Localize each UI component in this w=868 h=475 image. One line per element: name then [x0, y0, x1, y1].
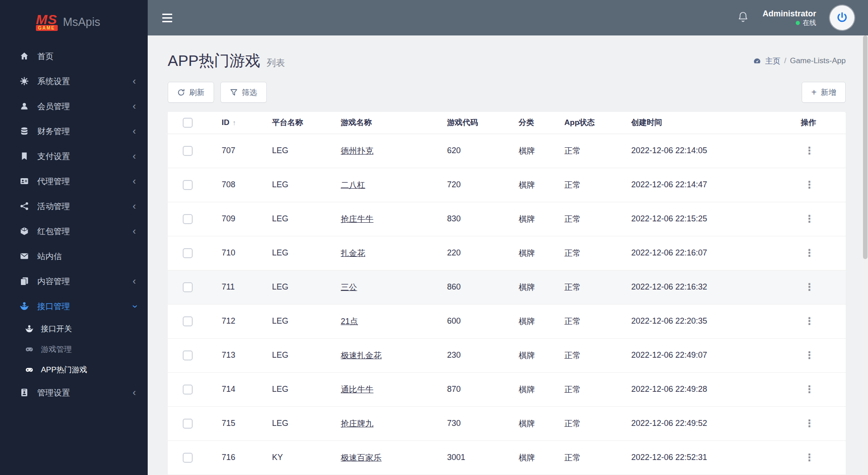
row-checkbox-cell	[168, 236, 208, 270]
column-header-2[interactable]: 平台名称	[259, 112, 327, 134]
cell-id: 713	[208, 338, 259, 372]
row-checkbox[interactable]	[183, 419, 193, 429]
game-name-link[interactable]: 德州扑克	[341, 146, 374, 155]
game-name-link[interactable]: 极速扎金花	[341, 351, 382, 360]
table-row[interactable]: 710LEG扎金花220棋牌正常2022-12-06 22:16:07⋮	[168, 236, 846, 270]
sidebar-item-member-management[interactable]: 会员管理‹	[0, 94, 148, 119]
sidebar-subitem-api-switch[interactable]: 接口开关	[0, 319, 148, 339]
sidebar-item-admin-settings[interactable]: 管理设置‹	[0, 380, 148, 405]
add-button[interactable]: + 新增	[802, 82, 846, 103]
row-checkbox[interactable]	[183, 248, 193, 258]
sort-ascending-icon[interactable]: ↑	[233, 119, 236, 126]
row-checkbox[interactable]	[183, 350, 193, 360]
sidebar-item-finance-management[interactable]: 财务管理‹	[0, 119, 148, 144]
sidebar-item-api-management[interactable]: 接口管理‹	[0, 294, 148, 319]
sidebar-item-content-management[interactable]: 内容管理‹	[0, 269, 148, 294]
game-name-link[interactable]: 极速百家乐	[341, 453, 382, 462]
game-name-link[interactable]: 扎金花	[341, 249, 365, 258]
cell-game-name: 扎金花	[327, 236, 434, 270]
sidebar-item-site-mail[interactable]: 站内信	[0, 244, 148, 269]
sidebar-item-home[interactable]: 首页	[0, 44, 148, 69]
vertical-scrollbar[interactable]	[863, 35, 868, 475]
sidebar-item-payment-settings[interactable]: 支付设置‹	[0, 144, 148, 169]
game-name-link[interactable]: 通比牛牛	[341, 385, 374, 394]
column-header-1[interactable]: ID↑	[208, 112, 259, 134]
game-name-link[interactable]: 21点	[341, 317, 358, 326]
app-logo[interactable]: MS GAME MsApis	[0, 0, 148, 44]
cell-created-time: 2022-12-06 22:49:52	[618, 406, 787, 440]
column-header-5[interactable]: 分类	[505, 112, 551, 134]
row-checkbox[interactable]	[183, 385, 193, 395]
notifications-bell-icon[interactable]	[737, 11, 749, 25]
table-row[interactable]: 716KY极速百家乐3001棋牌正常2022-12-06 22:52:31⋮	[168, 440, 846, 475]
row-actions-menu-icon[interactable]: ⋮	[801, 281, 818, 293]
cell-app-status: 正常	[551, 168, 618, 202]
game-name-link[interactable]: 抢庄牛牛	[341, 215, 374, 224]
sidebar-subitem-game-management[interactable]: 游戏管理	[0, 339, 148, 360]
row-checkbox[interactable]	[183, 316, 193, 326]
cell-app-status: 正常	[551, 134, 618, 168]
table-row[interactable]: 708LEG二八杠720棋牌正常2022-12-06 22:14:47⋮	[168, 168, 846, 202]
plus-icon: +	[811, 88, 817, 97]
gamepad-icon	[24, 366, 35, 374]
id-badge-icon	[18, 388, 30, 397]
cell-actions: ⋮	[787, 406, 846, 440]
table-row[interactable]: 711LEG三公860棋牌正常2022-12-06 22:16:32⋮	[168, 270, 846, 304]
row-checkbox[interactable]	[183, 453, 193, 463]
row-actions-menu-icon[interactable]: ⋮	[801, 145, 818, 156]
column-header-7[interactable]: 创建时间	[618, 112, 787, 134]
main-content: APP热门游戏 列表 主页 / Game-Lists-App 刷新	[148, 35, 868, 475]
games-table-card: ID↑平台名称游戏名称游戏代码分类App状态创建时间操作 707LEG德州扑克6…	[168, 112, 846, 475]
row-actions-menu-icon[interactable]: ⋮	[801, 179, 818, 190]
game-name-link[interactable]: 二八杠	[341, 180, 365, 190]
user-info[interactable]: Administrator 在线	[763, 9, 816, 27]
cell-game-code: 830	[434, 202, 505, 236]
column-header-8[interactable]: 操作	[787, 112, 846, 134]
table-row[interactable]: 715LEG抢庄牌九730棋牌正常2022-12-06 22:49:52⋮	[168, 406, 846, 440]
table-row[interactable]: 707LEG德州扑克620棋牌正常2022-12-06 22:14:05⋮	[168, 134, 846, 168]
game-name-link[interactable]: 抢庄牌九	[341, 419, 374, 428]
row-checkbox[interactable]	[183, 282, 193, 292]
row-actions-menu-icon[interactable]: ⋮	[801, 213, 818, 225]
user-avatar[interactable]	[830, 5, 854, 30]
sidebar-item-redpacket-management[interactable]: 红包管理‹	[0, 219, 148, 244]
breadcrumb-home-link[interactable]: 主页	[765, 56, 780, 66]
breadcrumb: 主页 / Game-Lists-App	[753, 56, 846, 66]
refresh-button[interactable]: 刷新	[168, 82, 214, 103]
row-actions-menu-icon[interactable]: ⋮	[801, 350, 818, 361]
filter-button[interactable]: 筛选	[220, 82, 267, 103]
sidebar-item-label: 首页	[37, 51, 54, 62]
game-name-link[interactable]: 三公	[341, 283, 357, 292]
table-row[interactable]: 712LEG21点600棋牌正常2022-12-06 22:20:35⋮	[168, 304, 846, 338]
cell-actions: ⋮	[787, 372, 846, 406]
select-all-checkbox[interactable]	[183, 118, 193, 128]
cell-app-status: 正常	[551, 406, 618, 440]
cell-category: 棋牌	[505, 406, 551, 440]
row-actions-menu-icon[interactable]: ⋮	[801, 452, 818, 463]
row-actions-menu-icon[interactable]: ⋮	[801, 315, 818, 327]
row-checkbox[interactable]	[183, 180, 193, 190]
table-row[interactable]: 713LEG极速扎金花230棋牌正常2022-12-06 22:49:07⋮	[168, 338, 846, 372]
sidebar-item-system-settings[interactable]: 系统设置‹	[0, 69, 148, 94]
cell-game-name: 抢庄牌九	[327, 406, 434, 440]
table-row[interactable]: 714LEG通比牛牛870棋牌正常2022-12-06 22:49:28⋮	[168, 372, 846, 406]
row-actions-menu-icon[interactable]: ⋮	[801, 418, 818, 429]
sidebar-toggle-button[interactable]	[159, 10, 176, 26]
row-actions-menu-icon[interactable]: ⋮	[801, 247, 818, 259]
column-header-4[interactable]: 游戏代码	[434, 112, 505, 134]
table-row[interactable]: 709LEG抢庄牛牛830棋牌正常2022-12-06 22:15:25⋮	[168, 202, 846, 236]
cell-created-time: 2022-12-06 22:14:05	[618, 134, 787, 168]
row-actions-menu-icon[interactable]: ⋮	[801, 384, 818, 395]
cell-id: 711	[208, 270, 259, 304]
scrollbar-thumb[interactable]	[863, 35, 868, 259]
column-header-6[interactable]: App状态	[551, 112, 618, 134]
row-checkbox[interactable]	[183, 146, 193, 156]
table-body: 707LEG德州扑克620棋牌正常2022-12-06 22:14:05⋮708…	[168, 134, 846, 475]
column-header-3[interactable]: 游戏名称	[327, 112, 434, 134]
cell-platform: LEG	[259, 168, 327, 202]
row-checkbox-cell	[168, 338, 208, 372]
sidebar-item-activity-management[interactable]: 活动管理‹	[0, 194, 148, 219]
row-checkbox[interactable]	[183, 214, 193, 224]
sidebar-item-agent-management[interactable]: 代理管理‹	[0, 169, 148, 194]
sidebar-subitem-app-hot-games[interactable]: APP热门游戏	[0, 360, 148, 380]
